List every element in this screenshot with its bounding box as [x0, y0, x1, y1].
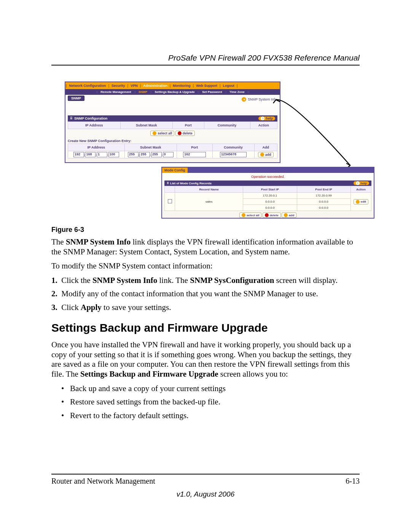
mask-octet-4[interactable]: 0	[163, 152, 174, 157]
mode-config-list-title: List of Mode Config Records	[170, 182, 212, 185]
community-input[interactable]: 12345678	[220, 152, 247, 157]
tab-logout[interactable]: Logout	[221, 84, 237, 88]
col-ip: IP Address	[68, 122, 121, 129]
col2-add: Add	[254, 144, 277, 151]
mc-col-start: Pool Start IP	[243, 186, 297, 193]
figure-6-3: | Network Configuration| Security| VPN| …	[65, 81, 373, 220]
operation-succeeded-msg: Operation succeeded.	[162, 173, 374, 181]
step-3-num: 3.	[51, 303, 57, 312]
ip-octet-3[interactable]: 1	[97, 152, 107, 157]
page-footer: Router and Network Management 6-13 v1.0,…	[51, 474, 360, 498]
col2-community: Community	[212, 144, 254, 151]
mc-col-action: Action	[350, 186, 371, 193]
mc-select-all-button[interactable]: select all	[239, 212, 262, 218]
ip-octet-1[interactable]: 192	[73, 152, 84, 157]
snmp-tab-pill[interactable]: SNMP	[68, 96, 84, 101]
snmp-config-title: SNMP Configuration	[74, 117, 107, 120]
bullet-list: • Back up and save a copy of your curren…	[51, 384, 360, 421]
tab-vpn[interactable]: VPN	[129, 84, 140, 88]
p1-pre: The	[51, 237, 66, 246]
col-action: Action	[250, 122, 277, 129]
pencil-icon	[356, 200, 360, 204]
step-2: 2. Modify any of the contact information…	[51, 289, 360, 299]
snmp-system-info-link[interactable]: ➜ SNMP System Info	[242, 97, 277, 102]
help-label-2: help	[361, 182, 367, 185]
col2-mask: Subnet Mask	[124, 144, 177, 151]
mode-config-table: Record Name Pool Start IP Pool End IP Ac…	[164, 186, 371, 211]
p1-bold: SNMP System Info	[66, 237, 131, 246]
footer-rule	[51, 474, 360, 474]
plus-icon	[284, 213, 288, 217]
mask-octet-3[interactable]: 255	[151, 152, 162, 157]
mc-add-button[interactable]: add	[282, 212, 296, 218]
row-checkbox[interactable]	[168, 199, 172, 203]
footer-version: v1.0, August 2006	[51, 490, 360, 498]
port-input[interactable]: 162	[183, 152, 206, 157]
help-button[interactable]: ? help	[258, 117, 275, 120]
step-1-num: 1.	[51, 276, 57, 285]
subtab-remote-mgmt[interactable]: Remote Management	[100, 90, 132, 94]
tab-monitoring[interactable]: Monitoring	[171, 84, 193, 88]
snmp-system-info-label: SNMP System Info	[248, 97, 277, 101]
snmp-create-table: IP Address Subnet Mask Port Community Ad…	[68, 144, 277, 158]
step-3: 3. Click Apply to save your settings.	[51, 303, 360, 313]
grip-icon: ⠿	[70, 117, 73, 120]
step-2-num: 2.	[51, 289, 57, 298]
subtab-set-password[interactable]: Set Password	[201, 90, 223, 94]
header-rule	[51, 65, 360, 66]
tab-network-config[interactable]: Network Configuration	[67, 84, 108, 88]
edit-label: edit	[361, 200, 366, 203]
mc-r1-start: 172.20.0.1	[243, 193, 297, 199]
check-icon	[153, 131, 156, 135]
x-icon	[265, 213, 269, 217]
ip-octet-4[interactable]: 100	[108, 152, 119, 157]
info-icon: ➜	[242, 97, 246, 102]
delete-button[interactable]: delete	[175, 131, 195, 136]
help-label: help	[266, 117, 273, 120]
mask-octet-1[interactable]: 255	[128, 152, 139, 157]
mode-config-tab[interactable]: Mode Config	[162, 168, 188, 173]
help-button-2[interactable]: ?help	[354, 181, 369, 185]
steps-list: 1. Click the SNMP System Info link. The …	[51, 276, 360, 313]
mc-col-name: Record Name	[175, 186, 243, 193]
select-all-button[interactable]: select all	[150, 131, 174, 136]
check-icon	[242, 213, 245, 217]
subtab-settings-backup[interactable]: Settings Backup & Upgrade	[154, 90, 195, 94]
b2-text: Restore saved settings from the backed-u…	[70, 397, 220, 406]
plus-icon	[260, 153, 264, 157]
edit-button[interactable]: edit	[354, 199, 368, 204]
ip-octet-2[interactable]: 168	[85, 152, 96, 157]
col2-port: Port	[177, 144, 213, 151]
delete-label: delete	[183, 131, 193, 135]
mc-r2-start: 0.0.0.0	[243, 199, 297, 205]
mc-delete-button[interactable]: delete	[263, 212, 281, 218]
s3a: Click	[61, 303, 81, 312]
subtab-snmp[interactable]: SNMP	[138, 90, 148, 94]
s1b: SNMP System Info	[92, 276, 157, 285]
footer-page-number: 6-13	[346, 477, 360, 486]
subtab-time-zone[interactable]: Time Zone	[229, 90, 245, 94]
question-icon: ?	[261, 117, 264, 120]
bullet-2: • Restore saved settings from the backed…	[51, 397, 360, 407]
body-text: Figure 6-3 The SNMP System Info link dis…	[51, 226, 360, 420]
snmp-config-panel: | Network Configuration| Security| VPN| …	[65, 81, 280, 163]
grip-icon: ⠿	[167, 182, 169, 185]
tab-web-support[interactable]: Web Support	[194, 84, 219, 88]
mc-row-name: sales	[175, 193, 243, 211]
mode-config-tabbar: Mode Config	[162, 168, 374, 173]
s1e: screen will display.	[274, 276, 338, 285]
document-page: ProSafe VPN Firewall 200 FVX538 Referenc…	[0, 0, 411, 532]
mc-r3-start: 0.0.0.0	[243, 205, 297, 211]
paragraph-2: To modify the SNMP System contact inform…	[51, 261, 360, 271]
tab-administration[interactable]: Administration	[141, 84, 169, 88]
p3b: Settings Backup and Firmware Upgrade	[80, 369, 218, 379]
paragraph-1: The SNMP System Info link displays the V…	[51, 237, 360, 257]
s1d: SNMP SysConfiguration	[190, 276, 274, 285]
mc-delete-label: delete	[270, 214, 279, 217]
add-button[interactable]: add	[258, 152, 274, 157]
snmp-config-table: IP Address Subnet Mask Port Community Ac…	[68, 121, 277, 129]
s1a: Click the	[61, 276, 92, 285]
tab-security[interactable]: Security	[110, 84, 127, 88]
mask-octet-2[interactable]: 255	[139, 152, 150, 157]
mc-col-check	[165, 186, 175, 193]
